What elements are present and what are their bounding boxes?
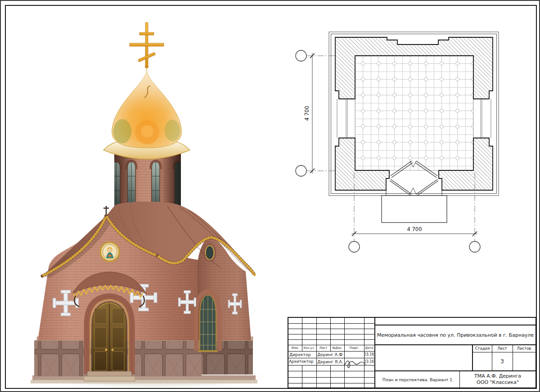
drawing-sheet: 4 700 4 700 (0, 0, 540, 392)
plan-porch (382, 190, 447, 223)
plan-dimension-left: 4 700 (296, 50, 335, 176)
architect-name: Деринг Я.А. (317, 358, 344, 365)
side-arched-window (196, 291, 220, 352)
role-director: Директор (289, 351, 316, 358)
sheets-label: Листов (513, 344, 536, 352)
project-title: Мемориальная часовня по ул. Привокзально… (375, 325, 536, 344)
title-col-izm: Изм. (288, 345, 302, 351)
role-architect: Архитектор (289, 358, 317, 365)
axis-circle (296, 50, 306, 61)
icon-medallion (100, 242, 119, 261)
title-col-koluch: Кол.уч. (302, 345, 316, 351)
title-block: Изм. Кол.уч. Лист №Док. Подп. Дата Дирек… (288, 317, 536, 388)
architect-signature (342, 356, 367, 371)
stone-base (31, 337, 257, 383)
axis-circle (296, 165, 306, 176)
stage-label: Стадия (473, 344, 492, 352)
title-col-data: Дата (364, 345, 374, 351)
director-name: Деринг А.Ф (317, 351, 344, 358)
onion-dome (112, 65, 182, 148)
plan-floor-grid (355, 56, 473, 170)
gable-cross-icon (104, 206, 109, 214)
dimension-label-horizontal: 4 700 (407, 226, 422, 232)
orthodox-cross-icon (130, 22, 164, 67)
dimension-label-vertical: 4 700 (304, 106, 310, 121)
title-col-list: Лист (316, 345, 330, 351)
sheet-number: 3 (492, 352, 513, 370)
axis-circle (469, 241, 480, 252)
organization-line2: ООО "Классика" (477, 379, 519, 386)
organization: ТМА А.Ф. Деринга ООО "Классика" (460, 371, 536, 388)
organization-line1: ТМА А.Ф. Деринга (474, 373, 521, 379)
title-col-ndok: №Док. (330, 345, 344, 351)
chapel-perspective-render (19, 10, 271, 388)
drawing-title: План и перспектива. Вариант 1 (375, 371, 459, 388)
title-col-podp: Подп. (344, 345, 364, 351)
floor-plan-drawing: 4 700 4 700 (280, 19, 532, 280)
sheet-label: Лист (492, 344, 513, 352)
axis-circle (349, 241, 360, 252)
oval-window (204, 244, 216, 261)
